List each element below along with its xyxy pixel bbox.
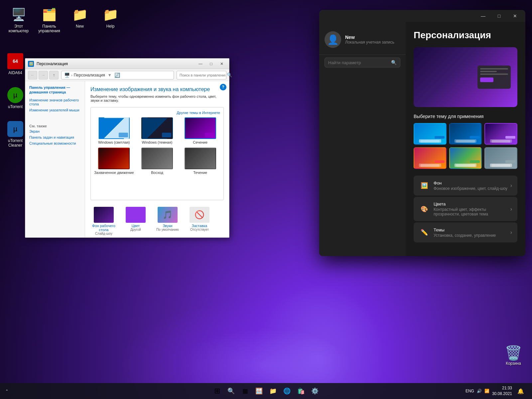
taskbar-clock[interactable]: 21:33 30.08.2021 [492, 385, 512, 397]
settings-search-box[interactable]: 🔍 [325, 58, 400, 67]
taskbar: ⌃ ⊞ 🔍 ▦ 🪟 📁 🌐 🛍️ ⚙️ ENG 🔊 📶 21:33 30.08.… [0, 383, 532, 399]
cp-title-text: Персонализация [37, 62, 195, 66]
taskbar-start-button[interactable]: ⊞ [211, 385, 223, 397]
cp-also-accessibility[interactable]: Специальные возможности [29, 141, 81, 145]
cp-sidebar-link-mouse[interactable]: Изменение указателей мыши [29, 108, 81, 112]
taskbar-explorer-button[interactable]: 📁 [267, 385, 279, 397]
themes-subtitle: Установка, создание, управление [434, 233, 510, 238]
taskbar-widgets-button[interactable]: 🪟 [253, 385, 265, 397]
new-folder-label: New [76, 24, 84, 29]
cp-help-button[interactable]: ? [220, 84, 226, 90]
cp-fon-label: Фон рабочего стола [90, 224, 117, 232]
cp-search-bar[interactable]: 🔍 [177, 71, 226, 79]
cp-themes-grid: Windows (светлая) Windows (темная) [94, 117, 220, 175]
cp-home-link[interactable]: Панель управления — домашняя страница [29, 85, 81, 95]
cp-back-button[interactable]: ← [28, 71, 37, 79]
settings-row-themes[interactable]: ✏️ Темы Установка, создание, управление … [414, 222, 517, 242]
cp-theme-win-dark[interactable]: Windows (темная) [137, 117, 177, 144]
background-text: Фон Фоновое изображение, цвет, слайд-шоу [434, 181, 510, 191]
cp-search-icon: 🔍 [227, 72, 232, 77]
theme-item-win11-light[interactable] [414, 123, 447, 145]
taskbar-notification-button[interactable]: 🔔 [515, 385, 527, 397]
recycle-bin-label: Корзина [506, 361, 521, 366]
cp-address-bar: 🖥️ › Персонализация ▼ 🔄 [61, 71, 174, 79]
settings-main: Персонализация Выберите тему для примене… [406, 22, 525, 256]
settings-row-background[interactable]: 🖼️ Фон Фоновое изображение, цвет, слайд-… [414, 176, 517, 196]
user-avatar: 👤 [325, 31, 341, 48]
cp-theme-techenie-img [185, 148, 216, 169]
taskbar-network[interactable]: 📶 [484, 389, 489, 393]
settings-row-colors[interactable]: 🎨 Цвета Контрастный цвет, эффекты прозра… [414, 197, 517, 221]
cp-theme-techenie[interactable]: Течение [180, 148, 220, 175]
settings-minimize-button[interactable]: — [475, 11, 491, 21]
controlpanel-icon: 🗂️ [41, 7, 57, 23]
thispc-icon: 🖥️ [11, 7, 27, 23]
cp-bottom-zvuki[interactable]: 🎵 Звуки По умолчанию [154, 207, 181, 235]
desktop-icon-help[interactable]: 📁 Help [98, 7, 122, 33]
cp-titlebar: 🖼️ Персонализация — □ ✕ [25, 59, 229, 69]
cp-theme-win-light[interactable]: Windows (светлая) [94, 117, 134, 144]
desktop-icon-new[interactable]: 📁 New [68, 7, 92, 33]
utorrent-cleaner-label: uTorrentCleaner [8, 138, 23, 148]
desktop-icon-aida64[interactable]: 64 AIDA64 [3, 53, 27, 75]
cp-theme-voshod-img [141, 148, 173, 169]
preview-window-mock [477, 66, 511, 89]
cp-theme-zahvach[interactable]: Захваченное движение [94, 148, 134, 175]
cp-close-button[interactable]: ✕ [217, 60, 226, 67]
taskbar-taskview-button[interactable]: ▦ [239, 385, 251, 397]
cp-sidebar-link-icons[interactable]: Изменение значков рабочего стола [29, 98, 81, 106]
settings-content: 👤 New Локальная учетная запись 🔍 Персона… [319, 22, 525, 256]
taskbar-edge-button[interactable]: 🌐 [281, 385, 293, 397]
background-arrow: › [510, 183, 512, 189]
taskbar-search-button[interactable]: 🔍 [225, 385, 237, 397]
cp-other-themes-link[interactable]: Другие темы в Интернете [94, 111, 220, 115]
settings-search-input[interactable] [328, 60, 388, 65]
cp-zvuki-label: Звуки [163, 224, 173, 228]
preview-line-1 [480, 68, 508, 69]
cp-theme-voshod[interactable]: Восход [137, 148, 177, 175]
taskbar-store-button[interactable]: 🛍️ [295, 385, 307, 397]
recycle-bin-img: 🗑️ [505, 345, 522, 361]
settings-maximize-button[interactable]: □ [491, 11, 507, 21]
cp-see-also-label: См. также [29, 124, 81, 128]
help-folder-icon: 📁 [102, 7, 118, 23]
theme-item-glow[interactable] [484, 123, 517, 145]
cp-forward-button[interactable]: → [39, 71, 48, 79]
background-subtitle: Фоновое изображение, цвет, слайд-шоу [434, 186, 510, 191]
cp-sidebar-links: Изменение значков рабочего стола Изменен… [29, 98, 81, 112]
cp-bottom-color[interactable]: Цвет Другой [122, 207, 149, 235]
cp-main-title: Изменение изображения и звука на компьют… [90, 86, 224, 92]
desktop-icon-controlpanel[interactable]: 🗂️ Панельуправления [37, 7, 61, 33]
cp-title-icon: 🖼️ [28, 61, 34, 67]
theme-item-colorful[interactable] [414, 147, 447, 169]
cp-search-input[interactable] [180, 73, 225, 77]
taskbar-volume[interactable]: 🔊 [477, 389, 482, 393]
settings-close-button[interactable]: ✕ [507, 11, 523, 21]
cp-body: Панель управления — домашняя страница Из… [25, 81, 229, 237]
cp-up-button[interactable]: ↑ [49, 71, 59, 79]
theme-item-beach[interactable] [449, 147, 482, 169]
cp-themes-container: Другие темы в Интернете Windows (светлая… [90, 107, 224, 200]
theme-item-win11-dark[interactable] [449, 123, 482, 145]
cp-bottom-zasavka[interactable]: 🚫 Заставка Отсутствует [186, 207, 213, 235]
cp-maximize-button[interactable]: □ [206, 60, 216, 67]
desktop-icon-utorrent-cleaner[interactable]: µ uTorrentCleaner [3, 121, 27, 148]
help-folder-label: Help [106, 24, 115, 29]
theme-item-grey[interactable] [484, 147, 517, 169]
cp-theme-sechenie[interactable]: Сечение [180, 117, 220, 144]
preview-line-2 [480, 71, 497, 72]
cp-also-taskbar[interactable]: Панель задач и навигация [29, 135, 81, 139]
cp-minimize-button[interactable]: — [196, 60, 205, 67]
taskbar-tray-arrow[interactable]: ⌃ [5, 389, 8, 393]
colors-text: Цвета Контрастный цвет, эффекты прозрачн… [434, 201, 510, 216]
desktop-icon-thispc[interactable]: 🖥️ Этоткомпьютер [7, 7, 31, 33]
preview-line-3 [480, 73, 508, 75]
cp-also-screen[interactable]: Экран [29, 129, 81, 133]
recycle-bin-icon[interactable]: 🗑️ Корзина [505, 345, 522, 366]
taskbar-lang[interactable]: ENG [466, 389, 474, 393]
cp-sidebar: Панель управления — домашняя страница Из… [25, 81, 85, 237]
desktop-icon-utorrent[interactable]: µ uTorrent [3, 87, 27, 109]
user-info: New Локальная учетная запись [345, 35, 394, 45]
taskbar-settings-button[interactable]: ⚙️ [309, 385, 321, 397]
cp-bottom-fon[interactable]: Фон рабочего стола Слайд-шоу [90, 207, 117, 235]
